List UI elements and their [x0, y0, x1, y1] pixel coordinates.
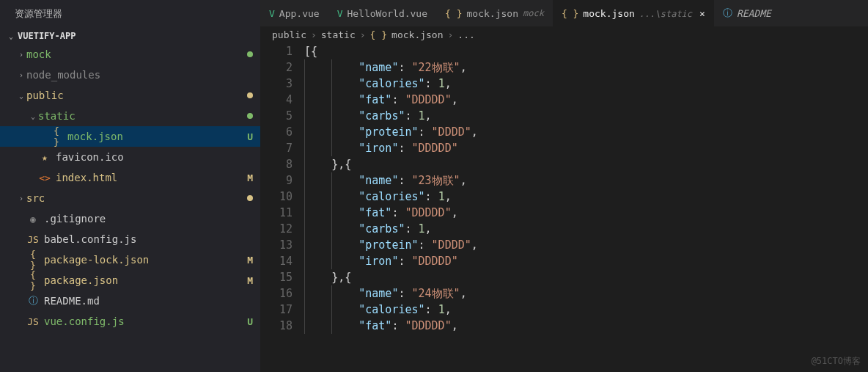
line-number: 17: [260, 302, 293, 318]
tree-item[interactable]: ★favicon.ico: [0, 147, 260, 167]
code-line[interactable]: "calories": 1,: [304, 302, 868, 318]
tree-item-label: src: [26, 192, 247, 204]
line-number: 18: [260, 318, 293, 334]
tree-item[interactable]: JSvue.config.jsU: [0, 311, 260, 332]
code-line[interactable]: "fat": "DDDDD",: [304, 205, 868, 221]
tab-label: App.vue: [279, 8, 320, 19]
tree-item-label: package.json: [44, 274, 243, 286]
file-icon: ◉: [26, 214, 40, 225]
git-status-badge: M: [243, 172, 253, 183]
editor-tab[interactable]: { }mock.jsonmock: [436, 0, 553, 26]
status-dot: [247, 92, 253, 98]
code-line[interactable]: "fat": "DDDDD",: [304, 92, 868, 108]
close-icon[interactable]: ×: [699, 8, 705, 19]
file-icon: JS: [26, 234, 40, 245]
tab-label: mock.json: [467, 8, 518, 19]
tab-file-icon: { }: [445, 8, 462, 19]
code-editor[interactable]: 123456789101112131415161718 [{ "name": "…: [260, 43, 868, 372]
tree-item-label: package-lock.json: [44, 254, 243, 266]
tree-item[interactable]: ◉.gitignore: [0, 208, 260, 229]
breadcrumb-file[interactable]: mock.json: [391, 29, 443, 40]
tree-item[interactable]: ⌄public: [0, 85, 260, 106]
chevron-right-icon: ›: [311, 29, 317, 40]
code-line[interactable]: "name": "23物联",: [304, 172, 868, 189]
code-line[interactable]: "protein": "DDDD",: [304, 237, 868, 253]
line-number: 10: [260, 189, 293, 205]
breadcrumb[interactable]: public›static›{ }mock.json›...: [260, 26, 868, 43]
code-line[interactable]: "calories": 1,: [304, 189, 868, 205]
breadcrumb-segment[interactable]: static: [321, 29, 356, 40]
git-status-badge: U: [243, 316, 253, 327]
line-number: 7: [260, 140, 293, 156]
line-number: 4: [260, 92, 293, 108]
tree-item[interactable]: { }package-lock.jsonM: [0, 249, 260, 270]
line-number: 2: [260, 59, 293, 76]
code-line[interactable]: "carbs": 1,: [304, 108, 868, 124]
chevron-right-icon: ›: [360, 29, 366, 40]
tab-file-icon: ⓘ: [723, 7, 732, 20]
tab-description: mock: [523, 8, 544, 18]
tree-item-label: index.html: [56, 172, 243, 183]
code-line[interactable]: },{: [304, 156, 868, 172]
tree-item-label: mock: [26, 48, 247, 60]
code-line[interactable]: "name": "24物联",: [304, 285, 868, 302]
project-name: VUETIFY-APP: [18, 31, 76, 41]
tree-item[interactable]: { }package.jsonM: [0, 270, 260, 291]
code-content[interactable]: [{ "name": "22物联", "calories": 1, "fat":…: [304, 43, 868, 372]
chevron-icon: ›: [16, 194, 26, 203]
file-icon: { }: [26, 269, 40, 291]
tree-item[interactable]: ›src: [0, 188, 260, 208]
chevron-icon: ›: [16, 71, 26, 79]
tree-item-label: .gitignore: [44, 213, 253, 225]
tab-label: mock.json: [583, 8, 634, 19]
tree-item[interactable]: ⓘREADME.md: [0, 291, 260, 311]
chevron-right-icon: ›: [448, 29, 454, 40]
tree-item[interactable]: <>index.htmlM: [0, 167, 260, 188]
git-status-badge: U: [243, 131, 253, 142]
status-dot: [247, 113, 253, 119]
file-icon: ★: [38, 152, 51, 163]
editor-tab[interactable]: ⓘREADME: [714, 0, 780, 26]
file-tree: ›mock›node_modules⌄public⌄static{ }mock.…: [0, 44, 260, 372]
code-line[interactable]: "protein": "DDDD",: [304, 124, 868, 140]
tree-item-label: mock.json: [67, 131, 243, 142]
tree-item-label: babel.config.js: [44, 233, 253, 245]
breadcrumb-tail[interactable]: ...: [457, 29, 474, 40]
code-line[interactable]: "iron": "DDDDD": [304, 253, 868, 269]
code-line[interactable]: },{: [304, 269, 868, 285]
tree-item-label: node_modules: [26, 69, 253, 81]
chevron-icon: ⌄: [28, 112, 38, 120]
tab-file-icon: V: [337, 8, 343, 19]
tree-item[interactable]: JSbabel.config.js: [0, 229, 260, 249]
explorer-title: 资源管理器: [0, 0, 260, 28]
file-icon: <>: [38, 172, 51, 183]
code-line[interactable]: "name": "22物联",: [304, 59, 868, 76]
file-icon: ⓘ: [26, 294, 40, 307]
code-line[interactable]: "iron": "DDDDD": [304, 140, 868, 156]
tree-item[interactable]: ›node_modules: [0, 65, 260, 85]
line-number: 1: [260, 43, 293, 59]
file-icon: JS: [26, 316, 40, 327]
tab-label: README: [737, 8, 771, 19]
file-icon: { }: [50, 125, 63, 147]
tab-bar: VApp.vueVHelloWorld.vue{ }mock.jsonmock{…: [260, 0, 868, 26]
watermark: @51CTO博客: [812, 355, 861, 368]
tree-item[interactable]: ⌄static: [0, 106, 260, 126]
code-line[interactable]: "calories": 1,: [304, 76, 868, 92]
tree-item-label: static: [38, 110, 247, 122]
editor-tab[interactable]: VApp.vue: [260, 0, 328, 26]
line-number: 12: [260, 221, 293, 237]
editor-tab[interactable]: { }mock.json...\static×: [553, 0, 714, 26]
line-number: 13: [260, 237, 293, 253]
line-number: 15: [260, 269, 293, 285]
code-line[interactable]: "carbs": 1,: [304, 221, 868, 237]
code-line[interactable]: [{: [304, 43, 868, 59]
tree-item[interactable]: { }mock.jsonU: [0, 126, 260, 147]
breadcrumb-segment[interactable]: public: [272, 29, 306, 40]
project-header[interactable]: ⌄ VUETIFY-APP: [0, 28, 260, 44]
line-number: 6: [260, 124, 293, 140]
code-line[interactable]: "fat": "DDDDD",: [304, 318, 868, 334]
editor-tab[interactable]: VHelloWorld.vue: [328, 0, 436, 26]
editor-area: VApp.vueVHelloWorld.vue{ }mock.jsonmock{…: [260, 0, 868, 372]
tree-item[interactable]: ›mock: [0, 44, 260, 65]
